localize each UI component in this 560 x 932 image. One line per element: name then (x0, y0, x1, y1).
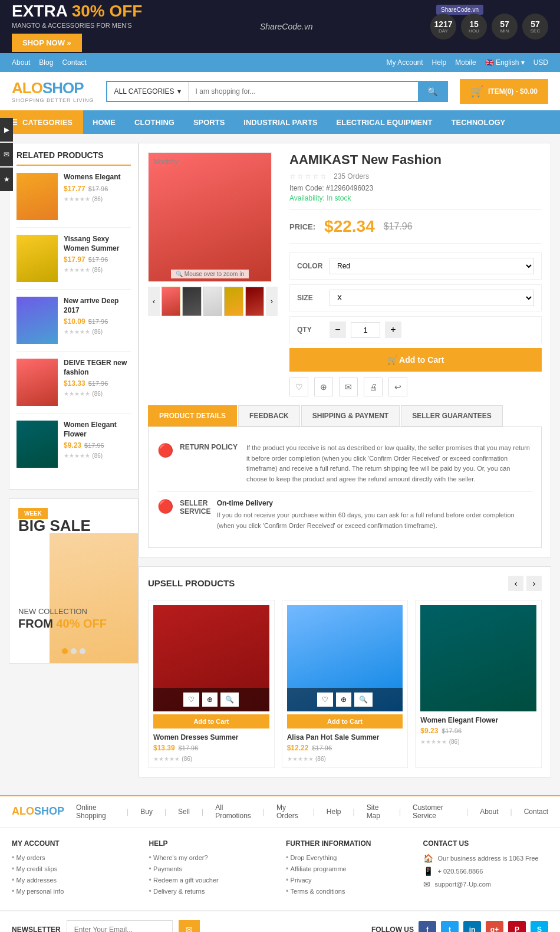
wishlist-icon[interactable]: ♡ (289, 378, 308, 396)
color-select[interactable]: Red (330, 258, 534, 274)
footer-link-buy[interactable]: Buy (140, 808, 153, 816)
footer-drop-everything[interactable]: Drop Everything (291, 854, 337, 861)
side-float-btn-3[interactable]: ★ (0, 168, 13, 191)
upsell-wishlist-1[interactable]: ♡ (183, 693, 199, 707)
footer-my-orders[interactable]: My orders (17, 854, 45, 861)
tab-product-details[interactable]: PRODUCT DETAILS (148, 405, 237, 426)
upsell-prev-button[interactable]: ‹ (508, 576, 523, 591)
qty-decrease-button[interactable]: − (330, 321, 346, 338)
footer-col-info-title: FURTHER INFORMATION (286, 839, 411, 848)
nav-home-link[interactable]: HOME (83, 110, 125, 134)
nav-technology-link[interactable]: TECHNOLOGY (442, 110, 515, 134)
footer-affiliate[interactable]: Affiliate programme (291, 865, 347, 872)
newsletter-submit-button[interactable]: ✉ (179, 920, 200, 932)
footer-link-help[interactable]: Help (327, 808, 341, 816)
thumbnail-4[interactable] (224, 287, 243, 316)
thumbnail-1[interactable] (162, 287, 180, 316)
footer-track-order[interactable]: Where's my order? (153, 854, 208, 861)
carousel-dot-2[interactable] (71, 648, 77, 654)
qty-increase-button[interactable]: + (385, 321, 401, 338)
footer-link-online-shopping[interactable]: Online Shopping (76, 803, 115, 820)
nav-clothing-link[interactable]: CLOTHING (125, 110, 184, 134)
facebook-button[interactable]: f (419, 921, 436, 932)
nav-contact-link[interactable]: Contact (62, 58, 86, 67)
email-icon[interactable]: ✉ (339, 378, 358, 396)
upsell-item[interactable]: ♡ ⊕ 🔍 Add to Cart Women Dresses Summer $… (148, 600, 275, 768)
nav-account-link[interactable]: My Account (387, 58, 423, 67)
related-item[interactable]: Womens Elegant $17.77 $17.96 ★★★★★ (86) (17, 173, 131, 228)
shop-now-button[interactable]: SHOP NOW » (12, 34, 82, 52)
upsell-zoom-2[interactable]: 🔍 (354, 693, 373, 707)
thumb-prev-button[interactable]: ‹ (148, 287, 160, 316)
search-category-dropdown[interactable]: ALL CATEGORIES ▾ (107, 82, 189, 101)
footer-link-sell[interactable]: Sell (178, 808, 190, 816)
thumbnail-2[interactable] (182, 287, 201, 316)
footer-link-orders[interactable]: My Orders (276, 803, 301, 820)
size-select[interactable]: X (330, 290, 534, 306)
carousel-dot-3[interactable] (80, 648, 85, 654)
upsell-add-cart-2[interactable]: Add to Cart (287, 714, 403, 728)
upsell-add-cart-1[interactable]: Add to Cart (153, 714, 269, 728)
side-float-btn-1[interactable]: ▶ (0, 118, 13, 142)
nav-mobile-link[interactable]: Mobile (455, 58, 476, 67)
footer-terms[interactable]: Terms & conditions (291, 888, 345, 895)
upsell-item[interactable]: Women Elegant Flower $9.23 $17.96 ★★★★★ … (415, 600, 542, 768)
footer-credit-slips[interactable]: My credit slips (17, 865, 58, 872)
footer-payments[interactable]: Payments (153, 865, 182, 872)
footer-personal-info[interactable]: My personal info (17, 888, 64, 895)
tab-feedback[interactable]: FEEDBACK (238, 405, 300, 426)
google-plus-button[interactable]: g+ (486, 921, 503, 932)
footer-link-about[interactable]: About (480, 808, 498, 816)
side-float-btn-2[interactable]: ✉ (0, 143, 13, 166)
nav-language-link[interactable]: 🇬🇧 English ▾ (485, 58, 525, 67)
print-icon[interactable]: 🖨 (364, 378, 383, 396)
footer-link-promotions[interactable]: All Promotions (215, 803, 251, 820)
upsell-compare-2[interactable]: ⊕ (336, 693, 351, 707)
thumbnail-5[interactable] (245, 287, 264, 316)
nav-blog-link[interactable]: Blog (39, 58, 53, 67)
footer-link-contact[interactable]: Contact (524, 808, 548, 816)
search-input[interactable] (189, 82, 418, 101)
compare-icon[interactable]: ⊕ (314, 378, 333, 396)
nav-about-link[interactable]: About (12, 58, 30, 67)
footer-link-sitemap[interactable]: Site Map (367, 803, 387, 820)
nav-help-link[interactable]: Help (432, 58, 447, 67)
countdown-sec-label: SEC (531, 28, 540, 34)
thumb-next-button[interactable]: › (266, 287, 278, 316)
tab-shipping[interactable]: SHIPPING & PAYMENT (301, 405, 400, 426)
related-item[interactable]: Yissang Sexy Women Summer $17.97 $17.96 … (17, 235, 131, 290)
upsell-compare-1[interactable]: ⊕ (202, 693, 218, 707)
tab-seller[interactable]: SELLER GUARANTEES (401, 405, 503, 426)
footer-col-help-title: HELP (149, 839, 275, 848)
search-button[interactable]: 🔍 (418, 82, 447, 101)
footer-addresses[interactable]: My addresses (17, 877, 57, 884)
cart-area[interactable]: 🛒 ITEM(0) - $0.00 (460, 79, 548, 104)
footer-link-customer-service[interactable]: Customer Service (413, 803, 454, 820)
pinterest-button[interactable]: P (508, 921, 526, 932)
thumbnail-3[interactable] (203, 287, 222, 316)
related-item[interactable]: New arrive Deep 2017 $10.09 $17.96 ★★★★★… (17, 297, 131, 352)
qty-input[interactable] (351, 322, 380, 338)
nav-currency-link[interactable]: USD (533, 58, 548, 67)
add-to-cart-button[interactable]: 🛒 Add to Cart (289, 348, 542, 372)
carousel-dot-1[interactable] (62, 648, 68, 654)
footer-delivery-returns[interactable]: Delivery & returns (153, 888, 205, 895)
footer-privacy[interactable]: Privacy (291, 877, 312, 884)
newsletter-input[interactable] (67, 920, 173, 932)
related-item[interactable]: Women Elegant Flower $9.23 $17.96 ★★★★★ … (17, 421, 131, 475)
footer-gift-voucher[interactable]: Redeem a gift voucher (153, 877, 219, 884)
related-item[interactable]: DEIVE TEGER new fashion $13.33 $17.96 ★★… (17, 359, 131, 414)
upsell-zoom-1[interactable]: 🔍 (220, 693, 239, 707)
nav-electrical-link[interactable]: ELECTRICAL EQUIPMENT (327, 110, 442, 134)
nav-industrial-link[interactable]: INDUSTRIAL PARTS (234, 110, 327, 134)
related-item-name-3: New arrive Deep 2017 (64, 297, 131, 315)
skype-button[interactable]: S (531, 921, 548, 932)
upsell-next-button[interactable]: › (526, 576, 542, 591)
nav-sports-link[interactable]: SPORTS (184, 110, 234, 134)
site-logo[interactable]: ALOSHOP SHOPPING BETTER LIVING (12, 79, 94, 103)
share-icon[interactable]: ↩ (388, 378, 407, 396)
twitter-button[interactable]: t (441, 921, 459, 932)
upsell-item[interactable]: ♡ ⊕ 🔍 Add to Cart Alisa Pan Hot Sale Sum… (282, 600, 409, 768)
upsell-wishlist-2[interactable]: ♡ (317, 693, 333, 707)
linkedin-button[interactable]: in (463, 921, 481, 932)
